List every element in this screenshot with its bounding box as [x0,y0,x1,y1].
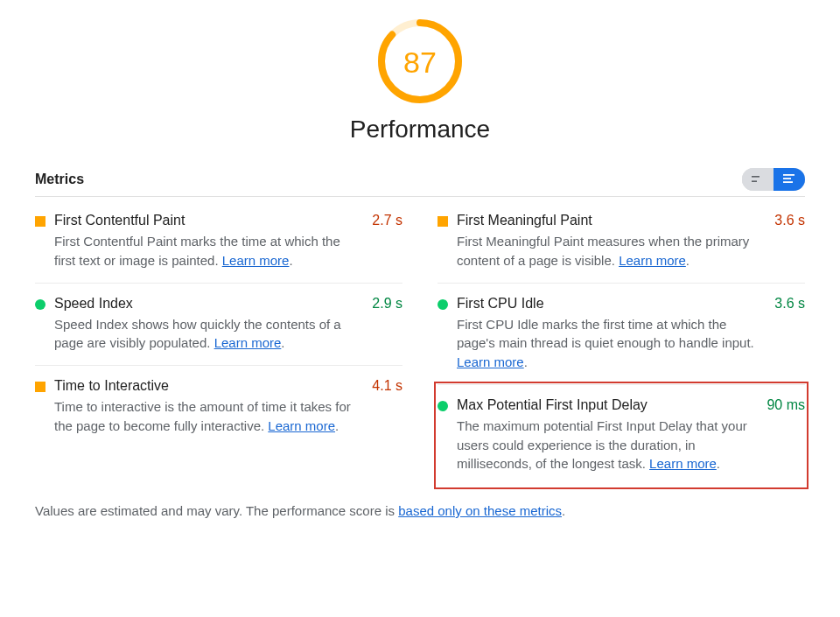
metric-title: Max Potential First Input Delay [457,397,751,413]
expand-icon [783,174,795,185]
metric-value: 90 ms [766,397,805,473]
status-average-icon [438,216,448,227]
metric-row: Speed IndexSpeed Index shows how quickly… [35,284,402,367]
metric-body: Speed IndexSpeed Index shows how quickly… [54,296,356,354]
metric-description: Speed Index shows how quickly the conten… [54,315,356,354]
learn-more-link[interactable]: Learn more [214,335,282,350]
svg-rect-5 [783,178,791,179]
status-fast-icon [438,401,448,411]
score-value: 87 [403,46,437,79]
metric-value: 2.9 s [372,296,402,354]
metrics-heading: Metrics [35,172,84,187]
metric-row: Max Potential First Input DelayThe maxim… [438,385,805,486]
metric-row: First Contentful PaintFirst Contentful P… [35,200,402,284]
metric-description: First Meaningful Paint measures when the… [457,232,759,270]
score-gauge: 87 Performance [35,18,805,168]
status-average-icon [35,216,46,227]
view-expand-button[interactable] [774,168,805,191]
metric-body: First Meaningful PaintFirst Meaningful P… [457,213,759,270]
view-collapse-button[interactable] [742,168,774,191]
score-gauge-svg: 87 [376,18,464,105]
learn-more-link[interactable]: Learn more [268,418,335,433]
metrics-footnote: Values are estimated and may vary. The p… [35,503,805,518]
learn-more-link[interactable]: Learn more [649,456,717,471]
metric-description: First Contentful Paint marks the time at… [54,232,356,270]
metrics-column: First Contentful PaintFirst Contentful P… [35,200,402,486]
category-title: Performance [350,116,490,144]
status-fast-icon [35,299,46,310]
metric-title: Speed Index [54,296,356,312]
metric-title: First CPU Idle [457,296,759,312]
status-fast-icon [438,299,448,310]
metric-title: Time to Interactive [54,378,356,394]
metric-value: 4.1 s [372,378,402,436]
collapse-icon [752,175,764,184]
metric-body: Time to InteractiveTime to interactive i… [54,378,356,436]
metric-body: First Contentful PaintFirst Contentful P… [54,213,356,270]
svg-rect-3 [752,180,757,182]
view-toggle [742,168,805,191]
metrics-grid: First Contentful PaintFirst Contentful P… [35,200,805,486]
svg-rect-4 [783,174,794,176]
metrics-column: First Meaningful PaintFirst Meaningful P… [438,200,805,486]
metric-value: 3.6 s [774,296,805,372]
learn-more-link[interactable]: Learn more [619,253,686,268]
svg-rect-6 [783,181,793,183]
status-average-icon [35,382,46,392]
metric-value: 3.6 s [774,213,805,270]
metric-description: The maximum potential First Input Delay … [457,417,751,473]
footnote-link[interactable]: based only on these metrics [398,503,562,518]
learn-more-link[interactable]: Learn more [457,354,524,369]
learn-more-link[interactable]: Learn more [222,253,290,268]
metric-description: First CPU Idle marks the first time at w… [457,315,759,372]
metric-row: First Meaningful PaintFirst Meaningful P… [438,200,805,284]
metric-value: 2.7 s [372,213,402,270]
metric-title: First Meaningful Paint [457,213,759,228]
metric-body: Max Potential First Input DelayThe maxim… [457,397,751,473]
metric-row: Time to InteractiveTime to interactive i… [35,366,402,448]
metric-title: First Contentful Paint [54,213,356,228]
metric-row: First CPU IdleFirst CPU Idle marks the f… [438,284,805,385]
svg-rect-2 [752,176,760,178]
metric-body: First CPU IdleFirst CPU Idle marks the f… [457,296,759,372]
metric-description: Time to interactive is the amount of tim… [54,397,356,436]
